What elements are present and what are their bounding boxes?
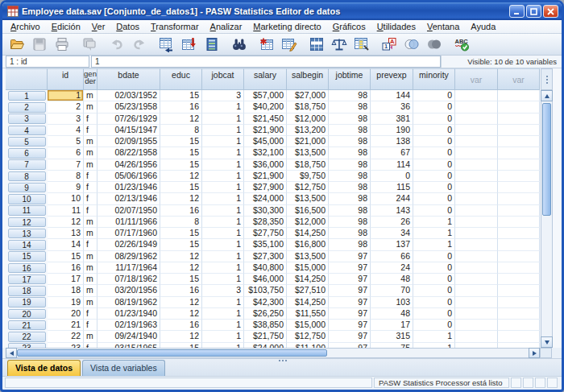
cell-var2[interactable]: [498, 125, 540, 136]
cell-jobcat[interactable]: 1: [202, 320, 244, 331]
cell-id[interactable]: 12: [48, 217, 84, 228]
cell-jobcat[interactable]: 1: [202, 251, 244, 262]
cell-var2[interactable]: [498, 262, 540, 274]
cell-gender[interactable]: f: [84, 239, 97, 250]
cell-minority[interactable]: 0: [413, 113, 455, 125]
row-number[interactable]: 20: [6, 308, 48, 320]
cell-salbegin[interactable]: $18,750: [287, 159, 329, 171]
cell-bdate[interactable]: 07/18/1962: [97, 274, 160, 285]
cell-jobtime[interactable]: 98: [329, 113, 371, 125]
column-header-salbegin[interactable]: salbegin: [287, 68, 329, 90]
scroll-up-button[interactable]: [541, 90, 553, 101]
cell-jobcat[interactable]: 1: [202, 147, 244, 159]
row-number[interactable]: 22: [6, 331, 48, 342]
column-header-educ[interactable]: educ: [160, 68, 202, 90]
cell-id[interactable]: 6: [48, 147, 84, 159]
cell-educ[interactable]: 12: [160, 297, 202, 308]
cell-prevexp[interactable]: 34: [371, 228, 413, 239]
cell-educ[interactable]: 12: [160, 308, 202, 320]
cell-jobtime[interactable]: 97: [329, 297, 371, 308]
cell-id[interactable]: 10: [48, 193, 84, 204]
cell-gender[interactable]: f: [84, 182, 97, 193]
menu-utilidades[interactable]: Utilidades: [371, 21, 421, 32]
cell-salbegin[interactable]: $13,200: [287, 125, 329, 136]
cell-prevexp[interactable]: 17: [371, 320, 413, 331]
column-header-id[interactable]: id: [48, 68, 84, 90]
cell-gender[interactable]: f: [84, 205, 97, 217]
cell-var2[interactable]: [498, 297, 540, 308]
cell-gender[interactable]: f: [84, 308, 97, 320]
row-number[interactable]: 19: [6, 297, 48, 308]
cell-prevexp[interactable]: 0: [371, 171, 413, 182]
cell-educ[interactable]: 12: [160, 171, 202, 182]
cell-jobtime[interactable]: 97: [329, 262, 371, 274]
cell-jobcat[interactable]: 1: [202, 228, 244, 239]
cell-bdate[interactable]: 08/29/1962: [97, 251, 160, 262]
cell-salbegin[interactable]: $13,500: [287, 193, 329, 204]
cell-jobtime[interactable]: 97: [329, 320, 371, 331]
cell-var1[interactable]: [455, 182, 498, 193]
cell-salbegin[interactable]: $14,250: [287, 228, 329, 239]
cell-id[interactable]: 4: [48, 125, 84, 136]
cell-id[interactable]: 5: [48, 136, 84, 147]
cell-jobcat[interactable]: 1: [202, 205, 244, 217]
weight-cases-button[interactable]: [329, 35, 350, 54]
cell-minority[interactable]: 0: [413, 262, 455, 274]
cell-bdate[interactable]: 01/23/1946: [97, 182, 160, 193]
cell-var1[interactable]: [455, 251, 498, 262]
cell-minority[interactable]: 0: [413, 251, 455, 262]
cell-salbegin[interactable]: $21,000: [287, 136, 329, 147]
cell-var1[interactable]: [455, 193, 498, 204]
cell-var2[interactable]: [498, 217, 540, 228]
cell-educ[interactable]: 8: [160, 217, 202, 228]
cell-salary[interactable]: $57,000: [244, 90, 287, 101]
goto-case-button[interactable]: [156, 35, 177, 54]
column-header-jobcat[interactable]: jobcat: [202, 68, 244, 90]
cell-salbegin[interactable]: $12,000: [287, 113, 329, 125]
cell-var1[interactable]: [455, 262, 498, 274]
cell-gender[interactable]: m: [84, 136, 97, 147]
cell-bdate[interactable]: 11/17/1964: [97, 262, 160, 274]
cell-var1[interactable]: [455, 239, 498, 250]
cell-gender[interactable]: f: [84, 125, 97, 136]
cell-jobtime[interactable]: 98: [329, 90, 371, 101]
cell-jobtime[interactable]: 98: [329, 217, 371, 228]
cell-prevexp[interactable]: 137: [371, 239, 413, 250]
cell-salbegin[interactable]: $12,750: [287, 331, 329, 342]
insert-variable-button[interactable]: [279, 35, 300, 54]
cell-salary[interactable]: $46,000: [244, 274, 287, 285]
goto-variable-button[interactable]: [179, 35, 200, 54]
cell-jobcat[interactable]: 1: [202, 217, 244, 228]
cell-salary[interactable]: $21,900: [244, 125, 287, 136]
cell-educ[interactable]: 16: [160, 285, 202, 296]
menu-datos[interactable]: Datos: [110, 21, 145, 32]
cell-id[interactable]: 18: [48, 285, 84, 296]
cell-educ[interactable]: 15: [160, 136, 202, 147]
menu-ver[interactable]: Ver: [86, 21, 111, 32]
cell-var2[interactable]: [498, 113, 540, 125]
cell-minority[interactable]: 1: [413, 239, 455, 250]
split-file-button[interactable]: [306, 35, 327, 54]
spell-check-button[interactable]: ABC: [451, 35, 472, 54]
cell-gender[interactable]: m: [84, 90, 97, 101]
cell-salary[interactable]: $35,100: [244, 239, 287, 250]
cell-prevexp[interactable]: 26: [371, 217, 413, 228]
cell-prevexp[interactable]: 190: [371, 125, 413, 136]
cell-id[interactable]: 3: [48, 113, 84, 125]
cell-educ[interactable]: 15: [160, 147, 202, 159]
menu-marketing-directo[interactable]: Marketing directo: [247, 21, 326, 32]
row-number[interactable]: 12: [6, 217, 48, 228]
variables-button[interactable]: [201, 35, 222, 54]
cell-minority[interactable]: 0: [413, 136, 455, 147]
cell-salbegin[interactable]: $16,800: [287, 239, 329, 250]
cell-prevexp[interactable]: 381: [371, 113, 413, 125]
cell-jobcat[interactable]: 1: [202, 101, 244, 113]
cell-bdate[interactable]: 09/24/1940: [97, 331, 160, 342]
cell-var1[interactable]: [455, 113, 498, 125]
menu-analizar[interactable]: Analizar: [205, 21, 248, 32]
close-button[interactable]: [543, 5, 558, 18]
cell-id[interactable]: 11: [48, 205, 84, 217]
cell-var2[interactable]: [498, 101, 540, 113]
cell-var2[interactable]: [498, 171, 540, 182]
column-header-salary[interactable]: salary: [244, 68, 287, 90]
